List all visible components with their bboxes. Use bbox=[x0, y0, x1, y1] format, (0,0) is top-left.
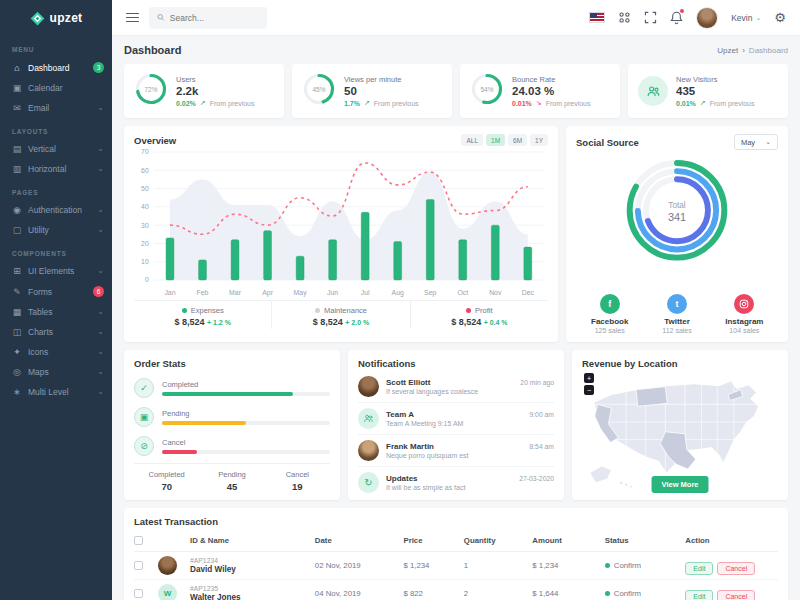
sidebar-item-charts[interactable]: ◫Charts⌄ bbox=[0, 322, 112, 342]
alaska bbox=[590, 466, 612, 483]
table-icon: ▦ bbox=[12, 307, 22, 317]
latest-transaction-card: Latest Transaction ID & NameDatePriceQua… bbox=[124, 508, 788, 600]
search-icon bbox=[157, 13, 165, 22]
chevron-down-icon: ⌄ bbox=[97, 350, 104, 354]
check-circle-icon: ✓ bbox=[134, 378, 154, 398]
sidebar-item-forms[interactable]: ✎Forms6 bbox=[0, 281, 112, 302]
menu-toggle-icon[interactable] bbox=[126, 13, 139, 23]
sidebar-item-tables[interactable]: ▦Tables⌄ bbox=[0, 302, 112, 322]
topbar: Kevin ⌄ ⚙ bbox=[112, 0, 800, 36]
breadcrumb-parent[interactable]: Upzet bbox=[717, 46, 738, 55]
usa-map: + − bbox=[582, 371, 778, 495]
progress-track bbox=[162, 392, 330, 396]
order-stats-card: Order Stats ✓Completed▣Pending⊘Cancel Co… bbox=[124, 350, 340, 500]
stat-label: New Visitors bbox=[676, 75, 754, 84]
calendar-icon: ▣ bbox=[134, 407, 154, 427]
table-row: #AP1234David Wiley02 Nov, 2019$ 1,2341$ … bbox=[134, 552, 778, 580]
cancel-button[interactable]: Cancel bbox=[717, 562, 755, 575]
sidebar-item-multi-level[interactable]: ∗Multi Level⌄ bbox=[0, 382, 112, 402]
twitter-icon[interactable]: t bbox=[667, 294, 687, 314]
order-summary-pending: Pending45 bbox=[199, 470, 264, 492]
legend-amount: $ 8,524 + 1.2 % bbox=[134, 317, 271, 327]
map-zoom-out-button[interactable]: − bbox=[584, 385, 594, 395]
svg-text:Feb: Feb bbox=[197, 289, 209, 296]
range-button-1m[interactable]: 1M bbox=[486, 134, 505, 146]
svg-text:60: 60 bbox=[141, 167, 149, 174]
fullscreen-icon[interactable] bbox=[644, 11, 657, 24]
menu-section-label: PAGES bbox=[0, 179, 112, 200]
stat-card-bounce-rate: 54%Bounce Rate24.03 %0.01%↘From previous bbox=[460, 64, 620, 118]
sidebar-item-utility[interactable]: ▢Utility⌄ bbox=[0, 220, 112, 240]
apps-grid-icon[interactable] bbox=[618, 11, 631, 24]
user-menu[interactable]: Kevin ⌄ bbox=[731, 13, 761, 23]
sidebar-item-calendar[interactable]: ▣Calendar bbox=[0, 78, 112, 98]
avatar bbox=[358, 440, 379, 461]
notification-frank-martin[interactable]: Frank MartinNeque porro quisquam est8:54… bbox=[358, 435, 554, 467]
stat-label: Bounce Rate bbox=[512, 75, 590, 84]
notification-team-a[interactable]: Team ATeam A Meeting 9:15 AM9:00 am bbox=[358, 403, 554, 435]
sidebar-item-horizontal[interactable]: ▥Horizontal⌄ bbox=[0, 159, 112, 179]
range-button-1y[interactable]: 1Y bbox=[530, 134, 548, 146]
notifications-bell-icon[interactable] bbox=[670, 11, 683, 25]
share-icon: ∗ bbox=[12, 387, 22, 397]
chevron-down-icon: ⌄ bbox=[97, 390, 104, 394]
settings-gear-icon[interactable]: ⚙ bbox=[774, 10, 786, 25]
legend-label: Expenses bbox=[191, 306, 224, 315]
transactions-table: ID & NameDatePriceQuantityAmountStatusAc… bbox=[134, 529, 778, 600]
sidebar-item-dashboard[interactable]: ⌂Dashboard3 bbox=[0, 57, 112, 78]
social-source-card: Social Source May ⌄ Total341 fFacebook12… bbox=[566, 126, 788, 342]
svg-text:10: 10 bbox=[141, 258, 149, 265]
breadcrumb: Upzet › Dashboard bbox=[717, 46, 788, 55]
range-button-all[interactable]: ALL bbox=[461, 134, 483, 146]
main-area: Kevin ⌄ ⚙ Dashboard Upzet › Dashboard 72… bbox=[112, 0, 800, 600]
map-pin-icon: ◎ bbox=[12, 367, 22, 377]
cancel-button[interactable]: Cancel bbox=[717, 590, 755, 600]
notification-name: Team A bbox=[386, 410, 522, 419]
row-checkbox[interactable] bbox=[134, 561, 143, 570]
edit-button[interactable]: Edit bbox=[685, 562, 713, 575]
summary-label: Cancel bbox=[265, 470, 330, 479]
radial-progress: 54% bbox=[470, 72, 504, 110]
notifications-list: Scott ElliottIf several languages coales… bbox=[358, 371, 554, 498]
notification-updates[interactable]: ↻UpdatesIt will be as simple as fact27-0… bbox=[358, 467, 554, 498]
edit-button[interactable]: Edit bbox=[685, 590, 713, 600]
search-input[interactable] bbox=[170, 13, 259, 23]
user-avatar[interactable] bbox=[696, 7, 718, 29]
social-name: Facebook bbox=[576, 317, 643, 326]
instagram-icon[interactable] bbox=[734, 294, 754, 314]
transaction-date: 02 Nov, 2019 bbox=[315, 561, 404, 570]
svg-text:45%: 45% bbox=[312, 86, 325, 93]
row-checkbox[interactable] bbox=[134, 589, 143, 598]
chart-icon: ◫ bbox=[12, 327, 22, 337]
summary-value: 70 bbox=[134, 481, 199, 492]
social-facebook: fFacebook125 sales bbox=[576, 294, 643, 334]
chevron-down-icon: ⌄ bbox=[97, 370, 104, 374]
sidebar-item-email[interactable]: ✉Email⌄ bbox=[0, 98, 112, 118]
sidebar-item-vertical[interactable]: ▤Vertical⌄ bbox=[0, 139, 112, 159]
month-filter-select[interactable]: May ⌄ bbox=[734, 134, 778, 150]
notifications-title: Notifications bbox=[358, 358, 554, 369]
legend-dot-icon bbox=[466, 308, 471, 313]
box-icon: ⊞ bbox=[12, 266, 22, 276]
search-box[interactable] bbox=[149, 7, 267, 29]
arrow-up-icon: ↗ bbox=[200, 99, 206, 107]
view-more-button[interactable]: View More bbox=[652, 476, 709, 493]
facebook-icon[interactable]: f bbox=[600, 294, 620, 314]
stat-delta: 0.02%↗From previous bbox=[176, 99, 254, 107]
svg-text:Total: Total bbox=[668, 201, 685, 210]
range-button-6m[interactable]: 6M bbox=[508, 134, 527, 146]
transaction-name: Walter Jones bbox=[190, 593, 315, 600]
notification-text: Team A Meeting 9:15 AM bbox=[386, 420, 522, 427]
sidebar-item-ui-elements[interactable]: ⊞UI Elements⌄ bbox=[0, 261, 112, 281]
brand-logo[interactable]: upzet bbox=[0, 0, 112, 36]
sidebar-item-icons[interactable]: ✦Icons⌄ bbox=[0, 342, 112, 362]
sidebar: upzet MENU⌂Dashboard3▣Calendar✉Email⌄LAY… bbox=[0, 0, 112, 600]
notification-scott-elliott[interactable]: Scott ElliottIf several languages coales… bbox=[358, 371, 554, 403]
arrow-down-icon: ↘ bbox=[536, 99, 542, 107]
sidebar-item-authentication[interactable]: ◉Authentication⌄ bbox=[0, 200, 112, 220]
map-zoom-in-button[interactable]: + bbox=[584, 373, 594, 383]
sidebar-item-label: Horizontal bbox=[28, 164, 91, 174]
sidebar-item-maps[interactable]: ◎Maps⌄ bbox=[0, 362, 112, 382]
select-all-checkbox[interactable] bbox=[134, 536, 143, 545]
language-flag-icon[interactable] bbox=[589, 12, 605, 23]
